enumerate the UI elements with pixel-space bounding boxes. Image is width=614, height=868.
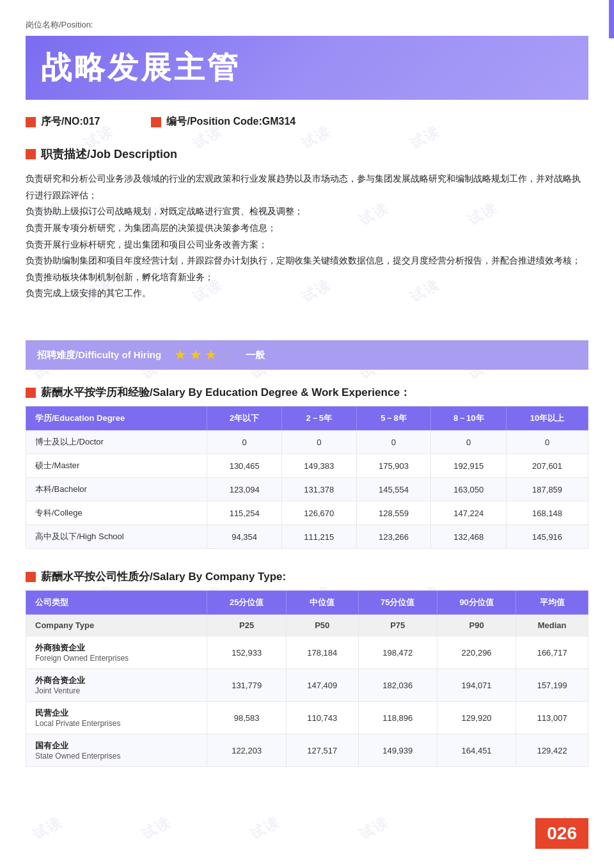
edu-table-row: 高中及以下/High School94,354111,215123,266132… [26, 525, 588, 549]
edu-value-cell: 149,383 [281, 454, 356, 478]
company-table-header: 中位值 [286, 591, 358, 615]
job-description-header: 职责描述/Job Description [26, 146, 588, 162]
salary-edu-section: 薪酬水平按学历和经验/Salary By Education Degree & … [26, 385, 588, 549]
edu-value-cell: 145,916 [507, 525, 588, 549]
company-name-cn: 外商合资企业 [35, 675, 200, 686]
company-value-cell: 127,517 [286, 734, 358, 767]
company-subheader-cell: Company Type [26, 615, 207, 636]
no-label: 序号/NO:017 [41, 115, 100, 129]
company-value-cell: 198,472 [358, 636, 437, 669]
company-value-cell: 182,036 [358, 669, 437, 702]
star-empty: ☆ [220, 347, 233, 363]
job-description-line: 负责开展专项分析研究，为集团高层的决策提供决策参考信息； [26, 220, 588, 237]
company-subheader-cell: P90 [437, 615, 516, 636]
title-banner: 战略发展主管 [26, 36, 588, 100]
edu-table-header: 8－10年 [431, 407, 507, 430]
star-filled: ★ [205, 347, 217, 363]
company-value-cell: 129,920 [437, 702, 516, 734]
edu-table-header: 2年以下 [207, 407, 282, 430]
stars-container: ★★★☆ [174, 347, 233, 363]
edu-value-cell: 94,354 [207, 525, 282, 549]
salary-company-title-row: 薪酬水平按公司性质分/Salary By Company Type: [26, 569, 588, 584]
watermark: 试读 [29, 812, 66, 844]
no-info: 序号/NO:017 [26, 115, 100, 129]
edu-table-header: 5－8年 [356, 407, 431, 430]
edu-value-cell: 0 [207, 430, 282, 454]
company-subheader-row: Company TypeP25P50P75P90Median [26, 615, 588, 636]
company-name-cn: 民营企业 [35, 707, 200, 719]
company-subheader-cell: Median [516, 615, 588, 636]
edu-value-cell: 147,224 [431, 501, 507, 525]
company-value-cell: 147,409 [286, 669, 358, 702]
edu-value-cell: 0 [356, 430, 431, 454]
company-table-header: 公司类型 [26, 591, 207, 615]
job-description-line: 负责研究和分析公司业务涉及领域的行业的宏观政策和行业发展趋势以及市场动态，参与集… [26, 171, 588, 203]
job-description-line: 负责推动板块体制机制创新，孵化培育新业务； [26, 269, 588, 286]
hiring-difficulty-label: 招聘难度/Difficulty of Hiring [37, 349, 161, 361]
edu-value-cell: 168,148 [507, 501, 588, 525]
company-table-row: 外商独资企业Foreign Owned Enterprises152,93317… [26, 636, 588, 669]
edu-value-cell: 187,859 [507, 478, 588, 501]
edu-value-cell: 126,670 [281, 501, 356, 525]
edu-table-row: 本科/Bachelor123,094131,378145,554163,0501… [26, 478, 588, 501]
edu-value-cell: 115,254 [207, 501, 282, 525]
difficulty-level: 一般 [246, 349, 265, 361]
edu-value-cell: 111,215 [281, 525, 356, 549]
edu-value-cell: 192,915 [431, 454, 507, 478]
red-square-no [26, 117, 36, 127]
edu-value-cell: 123,094 [207, 478, 282, 501]
edu-degree-cell: 高中及以下/High School [26, 525, 207, 549]
company-name-cn: 外商独资企业 [35, 642, 200, 654]
page-title: 战略发展主管 [41, 47, 573, 88]
watermark: 试读 [247, 812, 283, 844]
company-value-cell: 98,583 [207, 702, 286, 734]
company-value-cell: 166,717 [516, 636, 588, 669]
salary-company-title: 薪酬水平按公司性质分/Salary By Company Type: [41, 569, 286, 584]
edu-value-cell: 132,468 [431, 525, 507, 549]
company-value-cell: 152,933 [207, 636, 286, 669]
edu-table-row: 博士及以上/Doctor00000 [26, 430, 588, 454]
edu-value-cell: 130,465 [207, 454, 282, 478]
salary-edu-title: 薪酬水平按学历和经验/Salary By Education Degree & … [41, 385, 411, 400]
company-table-header: 25分位值 [207, 591, 286, 615]
salary-edu-title-row: 薪酬水平按学历和经验/Salary By Education Degree & … [26, 385, 588, 400]
edu-table-header: 2－5年 [281, 407, 356, 430]
job-description-line: 负责开展行业标杆研究，提出集团和项目公司业务改善方案； [26, 237, 588, 253]
company-value-cell: 194,071 [437, 669, 516, 702]
edu-degree-cell: 专科/College [26, 501, 207, 525]
red-square-code [151, 117, 161, 127]
edu-degree-cell: 博士及以上/Doctor [26, 430, 207, 454]
edu-value-cell: 207,601 [507, 454, 588, 478]
edu-degree-cell: 硕士/Master [26, 454, 207, 478]
company-value-cell: 113,007 [516, 702, 588, 734]
job-description-line: 负责完成上级安排的其它工作。 [26, 285, 588, 302]
company-name-en: Foreign Owned Enterprises [35, 654, 200, 663]
company-value-cell: 157,199 [516, 669, 588, 702]
company-value-cell: 178,184 [286, 636, 358, 669]
company-value-cell: 129,422 [516, 734, 588, 767]
edu-value-cell: 123,266 [356, 525, 431, 549]
company-name-en: State Owned Enterprises [35, 752, 200, 761]
red-square-jd [26, 149, 36, 159]
company-name-cell: 外商独资企业Foreign Owned Enterprises [26, 636, 207, 669]
company-name-en: Joint Venture [35, 686, 200, 695]
company-value-cell: 110,743 [286, 702, 358, 734]
hiring-difficulty-row: 招聘难度/Difficulty of Hiring ★★★☆ 一般 [26, 340, 588, 370]
company-value-cell: 131,779 [207, 669, 286, 702]
edu-value-cell: 0 [507, 430, 588, 454]
edu-value-cell: 163,050 [431, 478, 507, 501]
info-row: 序号/NO:017 编号/Position Code:GM314 [26, 115, 588, 129]
edu-table-header: 学历/Education Degree [26, 407, 207, 430]
company-subheader-cell: P50 [286, 615, 358, 636]
company-table-row: 民营企业Local Private Enterprises98,583110,7… [26, 702, 588, 734]
company-value-cell: 149,939 [358, 734, 437, 767]
company-table-header: 90分位值 [437, 591, 516, 615]
job-description-line: 负责协助上级拟订公司战略规划，对既定战略进行宣贯、检视及调整； [26, 203, 588, 220]
edu-value-cell: 128,559 [356, 501, 431, 525]
star-filled: ★ [189, 347, 202, 363]
company-subheader-cell: P75 [358, 615, 437, 636]
position-label: 岗位名称/Position: [26, 19, 588, 31]
watermark: 试读 [138, 812, 175, 844]
red-square-salary-edu [26, 388, 36, 398]
company-value-cell: 118,896 [358, 702, 437, 734]
